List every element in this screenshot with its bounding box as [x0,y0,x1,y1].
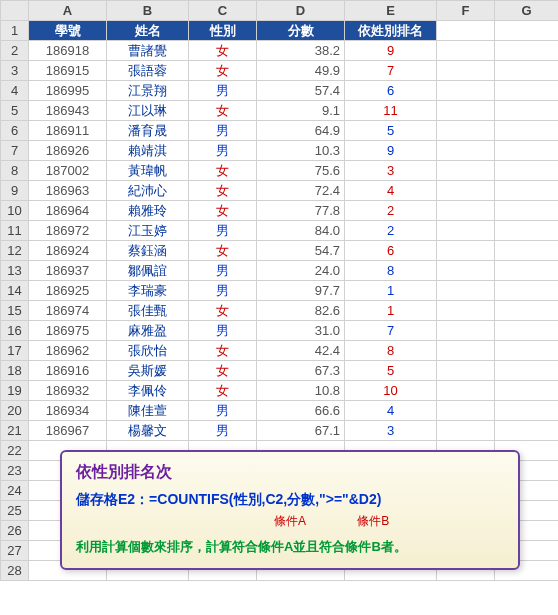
cell-id[interactable]: 186911 [29,121,107,141]
cell[interactable] [437,261,495,281]
cell-gender[interactable]: 女 [189,201,257,221]
cell-rank[interactable]: 9 [345,41,437,61]
col-A[interactable]: A [29,1,107,21]
cell[interactable] [495,281,559,301]
cell-id[interactable]: 186918 [29,41,107,61]
cell[interactable] [495,121,559,141]
cell-id[interactable]: 186974 [29,301,107,321]
cell-name[interactable]: 張欣怡 [107,341,189,361]
cell-gender[interactable]: 男 [189,261,257,281]
cell-gender[interactable]: 女 [189,301,257,321]
cell-rank[interactable]: 7 [345,321,437,341]
row-header[interactable]: 3 [1,61,29,81]
cell[interactable] [495,381,559,401]
cell-id[interactable]: 186915 [29,61,107,81]
cell-gender[interactable]: 男 [189,281,257,301]
row-header[interactable]: 6 [1,121,29,141]
cell[interactable] [495,361,559,381]
cell-gender[interactable]: 男 [189,321,257,341]
cell-score[interactable]: 72.4 [257,181,345,201]
row-header[interactable]: 23 [1,461,29,481]
cell-score[interactable]: 38.2 [257,41,345,61]
col-C[interactable]: C [189,1,257,21]
cell-score[interactable]: 75.6 [257,161,345,181]
cell-score[interactable]: 10.3 [257,141,345,161]
cell-rank[interactable]: 5 [345,361,437,381]
cell-gender[interactable]: 男 [189,81,257,101]
row-header[interactable]: 21 [1,421,29,441]
cell[interactable] [495,161,559,181]
cell-gender[interactable]: 女 [189,241,257,261]
cell-rank[interactable]: 7 [345,61,437,81]
row-header[interactable]: 16 [1,321,29,341]
cell-name[interactable]: 江景翔 [107,81,189,101]
cell[interactable] [437,421,495,441]
cell-rank[interactable]: 6 [345,81,437,101]
row-header[interactable]: 22 [1,441,29,461]
cell-name[interactable]: 黃瑋帆 [107,161,189,181]
cell-rank[interactable]: 8 [345,341,437,361]
cell-score[interactable]: 54.7 [257,241,345,261]
col-F[interactable]: F [437,1,495,21]
cell-rank[interactable]: 4 [345,181,437,201]
cell-score[interactable]: 42.4 [257,341,345,361]
cell[interactable] [495,321,559,341]
cell-name[interactable]: 張語蓉 [107,61,189,81]
cell[interactable] [495,101,559,121]
cell[interactable] [437,401,495,421]
row-header[interactable]: 28 [1,561,29,581]
cell[interactable] [437,101,495,121]
cell-score[interactable]: 24.0 [257,261,345,281]
cell-gender[interactable]: 女 [189,361,257,381]
cell[interactable] [495,141,559,161]
cell[interactable] [437,41,495,61]
cell-score[interactable]: 97.7 [257,281,345,301]
cell-name[interactable]: 賴雅玲 [107,201,189,221]
cell-score[interactable]: 84.0 [257,221,345,241]
cell-score[interactable]: 49.9 [257,61,345,81]
cell[interactable] [495,401,559,421]
cell[interactable] [437,301,495,321]
row-header[interactable]: 27 [1,541,29,561]
cell-gender[interactable]: 女 [189,41,257,61]
header-cell[interactable]: 依姓別排名 [345,21,437,41]
cell[interactable] [495,201,559,221]
cell-id[interactable]: 186924 [29,241,107,261]
row-header[interactable]: 11 [1,221,29,241]
cell-name[interactable]: 李瑞豪 [107,281,189,301]
cell-id[interactable]: 186972 [29,221,107,241]
cell-rank[interactable]: 6 [345,241,437,261]
cell[interactable] [495,301,559,321]
row-header[interactable]: 2 [1,41,29,61]
cell-gender[interactable]: 男 [189,121,257,141]
cell[interactable] [437,381,495,401]
cell-name[interactable]: 鄒佩誼 [107,261,189,281]
cell-gender[interactable]: 女 [189,181,257,201]
cell-rank[interactable]: 4 [345,401,437,421]
row-header[interactable]: 13 [1,261,29,281]
row-header[interactable]: 15 [1,301,29,321]
row-header[interactable]: 19 [1,381,29,401]
cell-name[interactable]: 吳斯媛 [107,361,189,381]
cell-name[interactable]: 江以琳 [107,101,189,121]
cell-score[interactable]: 10.8 [257,381,345,401]
row-header[interactable]: 17 [1,341,29,361]
cell[interactable] [495,61,559,81]
cell[interactable] [437,341,495,361]
cell[interactable] [437,141,495,161]
cell-score[interactable]: 67.1 [257,421,345,441]
row-header[interactable]: 4 [1,81,29,101]
cell-id[interactable]: 186964 [29,201,107,221]
cell-name[interactable]: 張佳甄 [107,301,189,321]
cell-name[interactable]: 賴靖淇 [107,141,189,161]
cell[interactable] [437,281,495,301]
cell-id[interactable]: 186937 [29,261,107,281]
col-D[interactable]: D [257,1,345,21]
cell-rank[interactable]: 1 [345,281,437,301]
row-header[interactable]: 12 [1,241,29,261]
header-cell[interactable]: 性別 [189,21,257,41]
row-header[interactable]: 18 [1,361,29,381]
cell-score[interactable]: 66.6 [257,401,345,421]
cell-id[interactable]: 186926 [29,141,107,161]
cell-id[interactable]: 186962 [29,341,107,361]
